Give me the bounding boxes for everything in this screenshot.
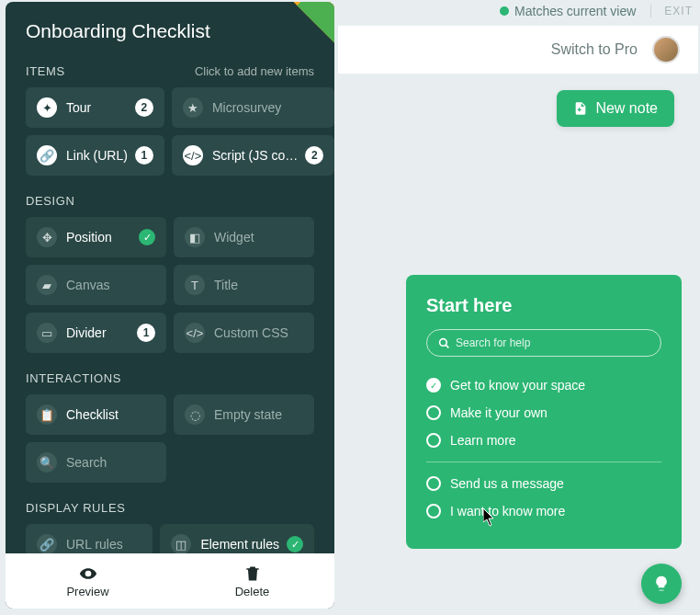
section-design: DESIGN ✥Position✓ ◧Widget ▰Canvas TTitle… bbox=[26, 194, 314, 353]
tile-widget[interactable]: ◧Widget bbox=[174, 217, 314, 257]
tile-search[interactable]: 🔍Search bbox=[26, 442, 166, 483]
status-text: Matches current view bbox=[514, 4, 636, 18]
trash-icon bbox=[243, 564, 262, 583]
section-items: ITEMS Click to add new items ✦Tour2 ★Mic… bbox=[26, 64, 314, 176]
svg-line-1 bbox=[446, 345, 448, 347]
checklist-icon: 📋 bbox=[37, 404, 57, 425]
preview-label: Preview bbox=[66, 585, 108, 598]
section-label: DISPLAY RULES bbox=[26, 501, 125, 515]
tile-microsurvey[interactable]: ★Microsurvey bbox=[172, 87, 334, 128]
link-icon: 🔗 bbox=[37, 534, 57, 553]
check-empty-icon bbox=[426, 504, 441, 518]
empty-state-icon: ◌ bbox=[185, 404, 205, 425]
tile-custom-css[interactable]: </>Custom CSS bbox=[174, 313, 314, 353]
widget-icon: ◧ bbox=[185, 227, 205, 247]
exit-link[interactable]: EXIT bbox=[650, 5, 693, 17]
tile-label: Canvas bbox=[66, 278, 155, 292]
move-icon: ✥ bbox=[37, 227, 57, 247]
tile-label: Link (URL) bbox=[66, 148, 128, 163]
switch-to-pro-link[interactable]: Switch to Pro bbox=[551, 41, 638, 58]
tile-label: Element rules bbox=[200, 537, 279, 552]
panel-item-label: Learn more bbox=[450, 433, 516, 448]
help-fab[interactable] bbox=[641, 564, 682, 604]
tile-label: Custom CSS bbox=[214, 325, 303, 340]
check-icon: ✓ bbox=[139, 229, 155, 245]
panel-item-1[interactable]: Make it your own bbox=[426, 399, 661, 427]
panel-item-label: Send us a message bbox=[450, 476, 564, 491]
count-badge: 1 bbox=[135, 146, 153, 165]
canvas-icon: ▰ bbox=[37, 275, 57, 295]
tile-empty-state[interactable]: ◌Empty state bbox=[174, 394, 314, 435]
sidebar-header: Onboarding Checklist bbox=[6, 2, 334, 64]
panel-search-input[interactable] bbox=[456, 336, 649, 349]
delete-button[interactable]: Delete bbox=[170, 553, 334, 609]
panel-extra-1[interactable]: I want to know more bbox=[426, 497, 661, 525]
content-header: Switch to Pro bbox=[338, 26, 698, 74]
tile-title[interactable]: TTitle bbox=[174, 265, 314, 305]
count-badge: 2 bbox=[305, 146, 323, 165]
panel-title: Start here bbox=[426, 295, 661, 316]
divider-icon: ▭ bbox=[37, 323, 57, 343]
panel-item-2[interactable]: Learn more bbox=[426, 427, 661, 454]
corner-accent-icon bbox=[270, 2, 334, 66]
sidebar-footer: Preview Delete bbox=[6, 553, 334, 609]
workspace: New note Start here ✓Get to know your sp… bbox=[338, 74, 698, 613]
tile-label: Divider bbox=[66, 325, 130, 340]
section-label: ITEMS bbox=[26, 64, 65, 78]
tile-checklist[interactable]: 📋Checklist bbox=[26, 394, 166, 435]
tile-position[interactable]: ✥Position✓ bbox=[26, 217, 166, 257]
tile-label: Checklist bbox=[66, 407, 155, 422]
count-badge: 1 bbox=[137, 324, 155, 342]
panel-item-0[interactable]: ✓Get to know your space bbox=[426, 371, 661, 399]
title-icon: T bbox=[185, 275, 205, 295]
tile-label: Microsurvey bbox=[212, 100, 323, 115]
tour-icon: ✦ bbox=[37, 97, 57, 118]
code-icon: </> bbox=[183, 145, 203, 165]
section-hint[interactable]: Click to add new items bbox=[195, 64, 314, 78]
tile-label: URL rules bbox=[66, 537, 141, 552]
lightbulb-icon bbox=[652, 575, 671, 593]
code-icon: </> bbox=[185, 323, 205, 343]
tile-label: Widget bbox=[214, 230, 303, 245]
sidebar-body: ITEMS Click to add new items ✦Tour2 ★Mic… bbox=[6, 64, 334, 553]
panel-extra-0[interactable]: Send us a message bbox=[426, 470, 661, 497]
panel-item-label: I want to know more bbox=[450, 504, 565, 518]
panel-item-label: Get to know your space bbox=[450, 378, 585, 393]
top-status-bar: Matches current view EXIT bbox=[500, 4, 693, 18]
avatar[interactable] bbox=[652, 36, 680, 63]
tile-label: Position bbox=[66, 230, 131, 245]
panel-divider bbox=[426, 461, 661, 462]
tile-script[interactable]: </>Script (JS co…2 bbox=[172, 135, 334, 176]
section-interactions: INTERACTIONS 📋Checklist ◌Empty state 🔍Se… bbox=[26, 371, 314, 483]
tile-tour[interactable]: ✦Tour2 bbox=[26, 87, 164, 128]
search-icon: 🔍 bbox=[37, 452, 57, 473]
check-icon: ✓ bbox=[287, 536, 303, 552]
new-note-button[interactable]: New note bbox=[557, 90, 674, 127]
eye-icon bbox=[79, 564, 97, 583]
new-note-label: New note bbox=[595, 100, 658, 117]
start-here-panel: Start here ✓Get to know your space Make … bbox=[406, 275, 682, 549]
tile-label: Tour bbox=[66, 100, 128, 115]
tile-link[interactable]: 🔗Link (URL)1 bbox=[26, 135, 164, 176]
search-icon bbox=[438, 337, 450, 349]
tile-divider[interactable]: ▭Divider1 bbox=[26, 313, 166, 353]
link-icon: 🔗 bbox=[37, 145, 57, 165]
status-dot-icon bbox=[500, 6, 509, 16]
tile-canvas[interactable]: ▰Canvas bbox=[26, 265, 166, 305]
tile-label: Script (JS co… bbox=[212, 148, 298, 163]
delete-label: Delete bbox=[235, 585, 270, 598]
tile-url-rules[interactable]: 🔗URL rules bbox=[26, 524, 152, 553]
status-indicator: Matches current view bbox=[500, 4, 636, 18]
panel-search[interactable] bbox=[426, 329, 661, 357]
tile-element-rules[interactable]: ◫Element rules✓ bbox=[160, 524, 314, 553]
section-display-rules: DISPLAY RULES 🔗URL rules ◫Element rules✓ bbox=[26, 501, 314, 553]
check-done-icon: ✓ bbox=[426, 378, 441, 393]
panel-item-label: Make it your own bbox=[450, 405, 548, 420]
preview-button[interactable]: Preview bbox=[6, 553, 170, 609]
editor-sidebar: Onboarding Checklist ITEMS Click to add … bbox=[6, 2, 334, 609]
tile-label: Empty state bbox=[214, 407, 303, 422]
count-badge: 2 bbox=[135, 98, 153, 117]
element-icon: ◫ bbox=[171, 534, 191, 553]
note-add-icon bbox=[573, 101, 588, 116]
section-label: DESIGN bbox=[26, 194, 74, 208]
